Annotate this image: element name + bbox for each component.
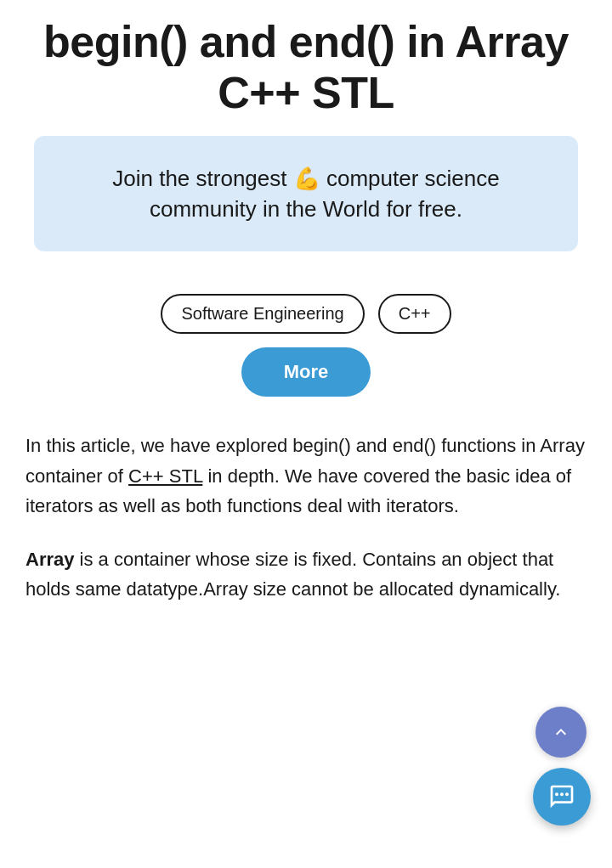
- cpp-stl-link[interactable]: C++ STL: [128, 465, 202, 487]
- article-body: In this article, we have explored begin(…: [0, 405, 612, 653]
- tags-row: Software Engineering C++: [161, 294, 450, 334]
- title-section: begin() and end() in Array C++ STL: [0, 0, 612, 136]
- scroll-top-button[interactable]: [536, 707, 586, 758]
- chat-button[interactable]: [533, 768, 591, 826]
- svg-point-2: [565, 792, 569, 796]
- tags-section: Software Engineering C++ More: [0, 277, 612, 405]
- join-banner: Join the strongest 💪 computer science co…: [34, 136, 578, 252]
- svg-point-1: [555, 792, 558, 796]
- join-banner-text: Join the strongest 💪 computer science co…: [68, 163, 544, 225]
- svg-point-0: [560, 792, 564, 796]
- article-paragraph-1: In this article, we have explored begin(…: [26, 431, 586, 521]
- chat-icon: [548, 783, 575, 810]
- article-paragraph-2: Array is a container whose size is fixed…: [26, 544, 586, 604]
- array-bold: Array: [26, 549, 74, 570]
- page-title: begin() and end() in Array C++ STL: [34, 17, 578, 119]
- chevron-up-icon: [551, 722, 571, 742]
- tag-software-engineering[interactable]: Software Engineering: [161, 294, 364, 334]
- array-rest: is a container whose size is fixed. Cont…: [26, 549, 560, 600]
- tag-cpp[interactable]: C++: [378, 294, 451, 334]
- more-button[interactable]: More: [241, 347, 371, 397]
- page-container: begin() and end() in Array C++ STL Join …: [0, 0, 612, 653]
